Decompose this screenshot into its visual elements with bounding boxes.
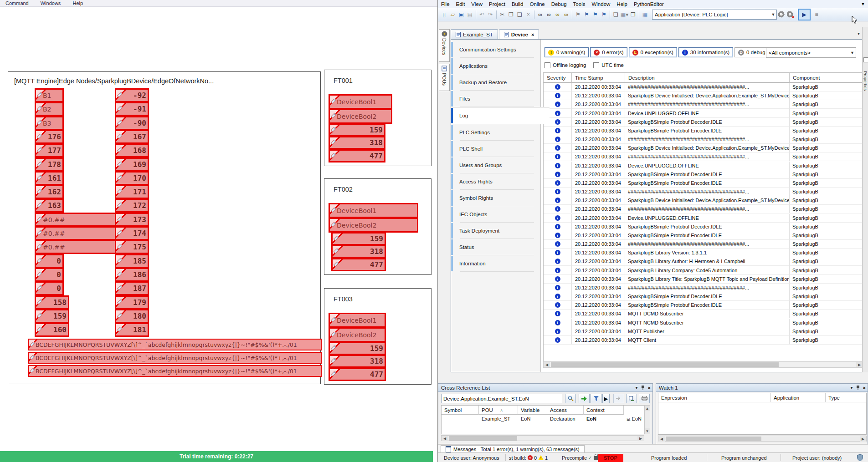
tag-widget[interactable]: 162	[35, 185, 64, 199]
tag-widget[interactable]: 175	[115, 240, 149, 254]
menu-item-pythoneditor[interactable]: PythonEditor	[631, 1, 667, 7]
tag-widget[interactable]: 318	[331, 245, 386, 258]
filter-button[interactable]	[591, 394, 601, 403]
tag-widget[interactable]: -90	[115, 116, 149, 130]
crossref-cell[interactable]: EoN	[584, 415, 624, 423]
tag-widget[interactable]: DeviceBool2	[329, 327, 386, 342]
menu-item-project[interactable]: Project	[486, 1, 508, 7]
tag-widget[interactable]: #0.##	[35, 240, 117, 254]
tag-widget[interactable]: 159	[329, 342, 386, 355]
save-icon[interactable]: ▣	[457, 10, 465, 19]
tag-widget[interactable]: BCDEFGHIJKLMNOPQRSTUVWXYZ[\]^_`abcdefghi…	[28, 365, 322, 377]
bookmark-clear-icon[interactable]: ⚑	[600, 10, 608, 19]
send-to-pou-button[interactable]	[613, 394, 624, 403]
scroll-left-icon[interactable]: ◀	[544, 362, 550, 367]
filter-warning-button[interactable]: !0 warning(s)	[544, 47, 589, 57]
tag-widget[interactable]: 477	[329, 149, 385, 162]
sidebar-item-applications[interactable]: Applications	[451, 58, 540, 74]
paste-icon[interactable]: ❑	[516, 10, 524, 19]
menu-item-file[interactable]: File	[438, 1, 453, 7]
tag-widget[interactable]: 159	[329, 123, 385, 137]
expand-results-icon[interactable]: ▶	[602, 394, 610, 403]
menu-item-online[interactable]: Online	[526, 1, 548, 7]
clipboard-icon[interactable]: ❒	[629, 10, 637, 19]
bookmark-next-icon[interactable]: ⚑	[591, 10, 599, 19]
undo-icon[interactable]: ↶	[478, 10, 486, 19]
log-row[interactable]: i20.12.2020 00:33:04SparkplugBSimple Pro…	[544, 118, 863, 127]
tag-widget[interactable]: 178	[35, 157, 64, 172]
tag-widget[interactable]: 173	[115, 213, 149, 227]
menu-item-edit[interactable]: Edit	[453, 1, 468, 7]
sidebar-item-communication-settings[interactable]: Communication Settings	[451, 41, 540, 58]
tag-widget[interactable]: DeviceBool1	[329, 94, 392, 109]
tag-widget[interactable]: 176	[35, 130, 64, 144]
components-filter-combo[interactable]: <All components> ▼	[766, 47, 856, 58]
sidebar-item-plc-shell[interactable]: PLC Shell	[451, 141, 540, 157]
filter-exception-button[interactable]: E0 exception(s)	[629, 47, 677, 57]
print-icon[interactable]: ▤	[466, 10, 474, 19]
insert-watch-button[interactable]	[626, 394, 637, 403]
log-row[interactable]: i20.12.2020 00:33:04MQTT PublisherSparkp…	[544, 327, 863, 336]
scroll-thumb[interactable]	[449, 436, 517, 441]
go-button[interactable]	[579, 394, 590, 403]
tag-widget[interactable]: B1	[35, 88, 64, 102]
tag-widget[interactable]: 174	[115, 226, 149, 240]
watch-column-application[interactable]: Application	[771, 393, 826, 402]
menu-item-debug[interactable]: Debug	[548, 1, 570, 7]
find-replace-icon[interactable]: ∞	[545, 10, 553, 19]
scroll-down-icon[interactable]: ▼	[645, 428, 650, 434]
sidebar-item-plc-settings[interactable]: PLC Settings	[451, 124, 540, 141]
log-row[interactable]: i20.12.2020 00:33:04####################…	[544, 284, 863, 292]
tag-widget[interactable]: 0	[35, 281, 64, 295]
sidebar-item-iec-objects[interactable]: IEC Objects	[451, 206, 540, 223]
log-row[interactable]: i20.12.2020 00:33:04Device.UNPLUGGED.OFF…	[544, 162, 863, 170]
tag-widget[interactable]: B2	[35, 102, 64, 116]
checkbox-offline-logging[interactable]: Offline logging	[544, 62, 586, 68]
log-horizontal-scrollbar[interactable]: ◀ ▶	[543, 361, 863, 368]
log-row[interactable]: i20.12.2020 00:33:04####################…	[544, 100, 863, 109]
close-icon[interactable]: ×	[863, 386, 866, 391]
tag-widget[interactable]: 160	[35, 323, 69, 337]
log-row[interactable]: i20.12.2020 00:33:04SparkplugB Library V…	[544, 249, 863, 257]
tag-widget[interactable]: 186	[115, 268, 149, 282]
log-row[interactable]: i20.12.2020 00:33:04SparkplugBSimple Pro…	[544, 127, 863, 135]
cross-reference-vscrollbar[interactable]: ▲ ▼	[644, 405, 650, 434]
sidebar-item-symbol-rights[interactable]: Symbol Rights	[451, 190, 540, 206]
scroll-up-icon[interactable]: ▲	[645, 406, 650, 411]
window-menu-arrow-icon[interactable]: ▼	[861, 1, 865, 6]
application-combo[interactable]: Application [Device: PLC Logic]▼	[652, 10, 777, 20]
sidebar-item-backup-and-restore[interactable]: Backup and Restore	[451, 74, 540, 91]
tag-widget[interactable]: -91	[115, 102, 149, 116]
crossref-column-context[interactable]: Context	[584, 406, 624, 415]
log-row[interactable]: i20.12.2020 00:33:04MQTT DCMD Subscriber…	[544, 310, 863, 318]
scroll-right-icon[interactable]: ▶	[637, 436, 644, 441]
crossref-cell[interactable]: Example_ST	[479, 415, 518, 423]
log-column-severity[interactable]: Severity	[544, 73, 572, 83]
run-button[interactable]: ▶	[798, 9, 811, 20]
log-row[interactable]: i20.12.2020 00:33:04SparkplugB Library C…	[544, 266, 863, 275]
log-row[interactable]: i20.12.2020 00:33:04SparkplugBSimple Pro…	[544, 223, 863, 231]
log-row[interactable]: i20.12.2020 00:33:04####################…	[544, 152, 863, 161]
messages-tab[interactable]: Messages - Total 1 error(s), 1 warning(s…	[441, 445, 585, 453]
tag-widget[interactable]: DeviceBool1	[329, 313, 386, 328]
menu-item-build[interactable]: Build	[508, 1, 527, 7]
tag-widget[interactable]: 159	[35, 309, 69, 323]
log-row[interactable]: i20.12.2020 00:33:04SparkplugBSimple Pro…	[544, 179, 863, 188]
dock-tab-devices[interactable]: Devices	[439, 29, 450, 62]
sidebar-item-status[interactable]: Status	[451, 239, 540, 255]
tag-widget[interactable]: BCDEFGHIJKLMNOPQRSTUVWXYZ[\]^_`abcdefghi…	[28, 352, 322, 364]
tag-widget[interactable]: 158	[35, 295, 69, 310]
tag-widget[interactable]: 171	[115, 185, 149, 199]
tag-widget[interactable]: 172	[115, 198, 149, 213]
tag-widget[interactable]: 185	[115, 254, 149, 268]
log-column-component[interactable]: Component	[790, 73, 863, 83]
log-row[interactable]: i20.12.2020 00:33:04SparkplugB Device In…	[544, 91, 863, 100]
log-row[interactable]: i20.12.2020 00:33:04####################…	[544, 83, 863, 91]
tag-widget[interactable]: 161	[35, 171, 64, 185]
log-row[interactable]: i20.12.2020 00:33:04####################…	[544, 240, 863, 249]
tag-widget[interactable]: 187	[115, 281, 149, 295]
watch-column-expression[interactable]: Expression	[658, 393, 771, 402]
tag-widget[interactable]: 318	[329, 136, 385, 149]
filter-error-button[interactable]: ×0 error(s)	[590, 47, 627, 57]
crossref-column-pou[interactable]: POU˄	[479, 406, 518, 415]
